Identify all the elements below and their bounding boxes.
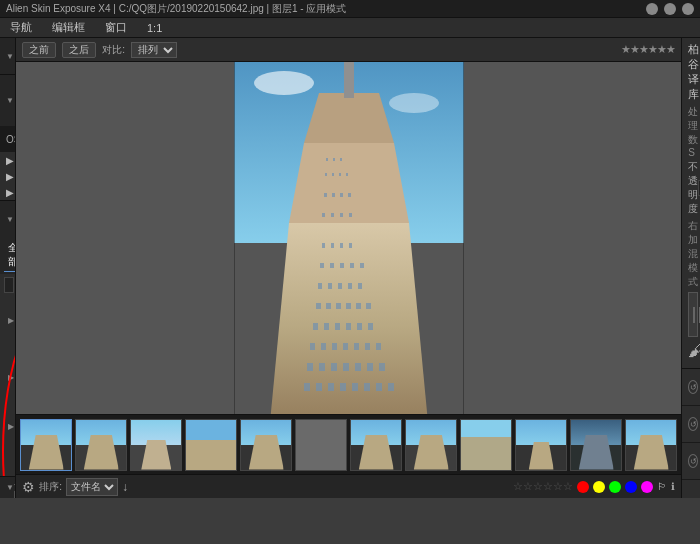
svg-rect-28	[376, 343, 381, 350]
svg-rect-56	[331, 213, 334, 217]
menu-window[interactable]: 窗口	[101, 18, 131, 37]
svg-rect-69	[340, 158, 342, 161]
svg-rect-27	[365, 343, 370, 350]
file-header: ▼ 文件夹 ⊞ + −	[0, 75, 15, 126]
filmstrip-thumb-5[interactable]	[240, 419, 292, 471]
filmstrip-thumb-12[interactable]	[625, 419, 677, 471]
menu-zoom[interactable]: 1:1	[143, 20, 166, 36]
left-panel: ▼ 导航 ⊞ ≡ ▼ 文件夹 ⊞ + −	[0, 38, 16, 498]
filmstrip-thumb-1[interactable]	[20, 419, 72, 471]
svg-rect-30	[324, 323, 329, 330]
section-tone-curve[interactable]: ↺ 色调曲线 ▶	[682, 480, 700, 498]
section-reset-icon[interactable]: ↺	[688, 380, 698, 394]
svg-rect-47	[330, 263, 334, 268]
filmstrip-thumb-7[interactable]	[350, 419, 402, 471]
section-base[interactable]: ↺ 基础 ▶	[682, 369, 700, 406]
svg-rect-31	[335, 323, 340, 330]
folder-desktop[interactable]: ▶ Desktop	[0, 152, 15, 168]
settings-icon[interactable]: ⚙	[22, 479, 35, 495]
category-wendar[interactable]: ▶ 文大锐	[0, 296, 15, 345]
svg-rect-26	[354, 343, 359, 350]
category-presetset[interactable]: ▶ 预设集（文文处理）	[0, 443, 15, 476]
after-btn[interactable]: 之后	[62, 42, 96, 58]
minimize-button[interactable]	[646, 3, 658, 15]
svg-rect-61	[340, 193, 343, 197]
filmstrip-thumb-4[interactable]	[185, 419, 237, 471]
color-dot-yellow[interactable]	[593, 481, 605, 493]
tab-all[interactable]: 全部	[4, 239, 15, 272]
filmstrip-thumb-11[interactable]	[570, 419, 622, 471]
disk-bar: OS 254.9 GB	[0, 126, 15, 152]
category-danduyushe[interactable]: ▶ 单独预设	[0, 345, 15, 409]
section-detail[interactable]: ↺ 细节 ▶	[682, 406, 700, 443]
menu-nav[interactable]: 导航	[6, 18, 36, 37]
image-toolbar: 之前 之后 对比: 排列 ★★★★★★	[16, 38, 681, 62]
svg-rect-50	[360, 263, 364, 268]
svg-rect-51	[322, 243, 325, 248]
svg-rect-18	[343, 363, 349, 371]
section-color[interactable]: ↺ 颜色 ▶	[682, 443, 700, 480]
layer-row[interactable]: 图层1 ✏	[688, 292, 698, 337]
color-dot-red[interactable]	[577, 481, 589, 493]
svg-rect-11	[352, 383, 358, 391]
filmstrip-thumb-6[interactable]	[295, 419, 347, 471]
view-select[interactable]: 排列	[131, 42, 177, 58]
svg-rect-54	[349, 243, 352, 248]
star-rating[interactable]: ★★★★★★	[621, 43, 675, 56]
section-reset-icon[interactable]: ↺	[688, 417, 698, 431]
filmstrip-thumb-2[interactable]	[75, 419, 127, 471]
svg-marker-3	[269, 223, 429, 414]
section-reset-icon[interactable]: ↺	[688, 454, 698, 468]
svg-rect-43	[338, 283, 342, 289]
info-btn[interactable]: ℹ	[671, 481, 675, 492]
svg-rect-40	[366, 303, 371, 309]
before-btn[interactable]: 之前	[22, 42, 56, 58]
category-effects[interactable]: ▶ 效果	[0, 409, 15, 443]
svg-rect-63	[325, 173, 327, 176]
menubar: 导航 编辑框 窗口 1:1	[0, 18, 700, 38]
bottom-toolbar: ⚙ 排序: 文件名 ↓ ☆☆☆☆☆☆ 🏳 ℹ	[16, 474, 681, 498]
flag-btn[interactable]: 🏳	[657, 481, 667, 492]
presets-section: ▼ 预设 ⊞ ≡ 全部 收藏 用户 用户 ▶	[0, 201, 15, 476]
svg-rect-15	[307, 363, 313, 371]
filmstrip-thumb-9[interactable]	[460, 419, 512, 471]
stars-inactive[interactable]: ☆☆☆☆☆☆	[513, 480, 573, 493]
disk-name: OS	[6, 134, 16, 145]
color-dot-magenta[interactable]	[641, 481, 653, 493]
filmstrip-thumb-8[interactable]	[405, 419, 457, 471]
history-section: ▼ 历时 画笔	[0, 476, 15, 498]
color-dot-blue[interactable]	[625, 481, 637, 493]
category-arrow-icon: ▶	[8, 373, 14, 382]
filmstrip-thumb-3[interactable]	[130, 419, 182, 471]
menu-edit[interactable]: 编辑框	[48, 18, 89, 37]
close-button[interactable]	[682, 3, 694, 15]
maximize-button[interactable]	[664, 3, 676, 15]
compare-label: 对比:	[102, 43, 125, 57]
preset-search-input[interactable]	[4, 277, 14, 293]
svg-rect-65	[339, 173, 341, 176]
color-dot-green[interactable]	[609, 481, 621, 493]
svg-rect-62	[348, 193, 351, 197]
filter-arrow-icon[interactable]: ↓	[122, 480, 128, 494]
svg-rect-58	[349, 213, 352, 217]
svg-rect-25	[343, 343, 348, 350]
category-arrow-icon: ▶	[8, 422, 14, 431]
opacity-label: 不透明度	[688, 160, 698, 216]
svg-rect-38	[346, 303, 351, 309]
layer-thumb-white	[693, 307, 695, 323]
svg-rect-9	[328, 383, 334, 391]
svg-rect-35	[316, 303, 321, 309]
svg-rect-60	[332, 193, 335, 197]
sort-select[interactable]: 文件名	[66, 478, 118, 496]
svg-rect-39	[356, 303, 361, 309]
nav-section: ▼ 导航 ⊞ ≡	[0, 38, 15, 75]
filmstrip-thumb-10[interactable]	[515, 419, 567, 471]
svg-rect-8	[316, 383, 322, 391]
folder-documents[interactable]: ▶ Documents	[0, 168, 15, 184]
titlebar-controls[interactable]	[646, 3, 694, 15]
center-panel: 之前 之后 对比: 排列 ★★★★★★	[16, 38, 681, 498]
brush-tool-icon[interactable]: 🖌	[688, 340, 700, 361]
svg-point-2	[389, 93, 439, 113]
folder-pictures[interactable]: ▶ Pictures	[0, 184, 15, 200]
titlebar: Alien Skin Exposure X4 | C:/QQ图片/2019022…	[0, 0, 700, 18]
